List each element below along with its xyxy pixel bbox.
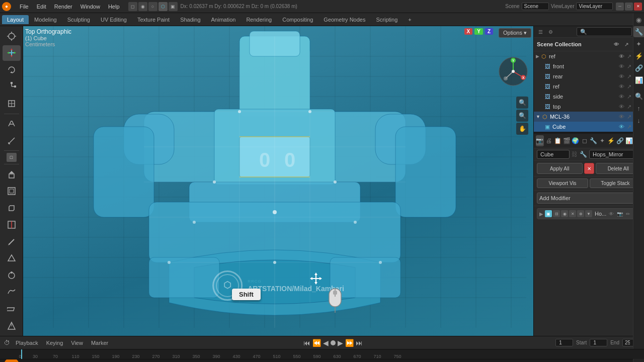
ref-eye-btn[interactable]: 👁: [618, 53, 625, 60]
rear-eye-btn[interactable]: 👁: [618, 73, 625, 80]
spin-btn[interactable]: [3, 267, 21, 284]
prop-constraints-icon[interactable]: 🔗: [616, 135, 624, 146]
outliner-filter-btn[interactable]: ⚙: [546, 27, 555, 36]
bevel-btn[interactable]: [3, 200, 21, 216]
tab-sculpting[interactable]: Sculpting: [62, 15, 95, 24]
mod-edit-btn[interactable]: ✏: [625, 211, 631, 217]
mod-render-btn[interactable]: 📷: [616, 211, 624, 217]
front-eye-btn[interactable]: 👁: [618, 63, 625, 70]
outliner-item-front[interactable]: 🖼 front 👁 ↗ 📷: [534, 61, 644, 71]
apply-all-btn[interactable]: Apply All: [537, 163, 583, 174]
loop-cut-btn[interactable]: [3, 217, 21, 233]
prop-modifier-icon[interactable]: 🔧: [590, 135, 598, 146]
tl-marker-btn[interactable]: Marker: [89, 339, 111, 347]
play-btn[interactable]: [331, 340, 336, 345]
tab-rendering[interactable]: Rendering: [241, 15, 277, 24]
outliner-item-side[interactable]: 🖼 side 👁 ↗ 📷: [534, 92, 644, 102]
next-frame-btn[interactable]: ⏩: [345, 339, 354, 347]
cursor-tool-btn[interactable]: [3, 28, 21, 44]
side-cursor-btn[interactable]: ↗: [626, 94, 632, 100]
tab-add[interactable]: +: [403, 15, 416, 24]
extrude-btn[interactable]: [3, 166, 21, 183]
tl-playback-btn[interactable]: Playback: [13, 339, 41, 347]
tab-texture-paint[interactable]: Texture Paint: [132, 15, 175, 24]
jump-start-btn[interactable]: ⏮: [303, 339, 310, 347]
mod-expand-btn[interactable]: ▶: [539, 211, 543, 217]
current-frame-input[interactable]: [555, 339, 573, 346]
move-tool-btn[interactable]: [3, 45, 21, 61]
annotate-btn[interactable]: [3, 116, 21, 132]
play-fwd-btn[interactable]: ▶: [338, 339, 343, 347]
outliner-item-rear[interactable]: 🖼 rear 👁 ↗ 📷: [534, 71, 644, 81]
side-eye-btn[interactable]: 👁: [618, 94, 625, 100]
prev-frame-btn[interactable]: ⏪: [312, 339, 321, 347]
menu-render[interactable]: Render: [51, 3, 76, 11]
timeline-ruler[interactable]: 0 30 70 110 150 190 230 270 310 350 390 …: [0, 349, 644, 359]
cube-cursor-btn[interactable]: ↗: [626, 124, 632, 130]
knife-btn[interactable]: [3, 234, 21, 250]
outliner-item-top[interactable]: 🖼 top 👁 ↗ 📷: [534, 102, 644, 112]
apply-all-close-btn[interactable]: ✕: [584, 163, 594, 174]
window-maximize[interactable]: □: [625, 3, 633, 11]
cube-eye-btn[interactable]: 👁: [618, 124, 625, 130]
viewlayer-select[interactable]: ViewLayer: [576, 3, 613, 10]
rear-cursor-btn[interactable]: ↗: [626, 73, 632, 80]
tab-modeling[interactable]: Modeling: [29, 15, 62, 24]
prop-object-icon[interactable]: ◻: [581, 135, 589, 146]
prop-output-icon[interactable]: 🖨: [545, 135, 553, 146]
refimg-eye-btn[interactable]: 👁: [618, 83, 625, 90]
outliner-item-cube[interactable]: ▣ Cube 👁 ↗ 📷: [534, 122, 644, 132]
prop-modifier-name-input[interactable]: [589, 150, 634, 159]
prop-physics-icon[interactable]: ⚡: [607, 135, 615, 146]
front-cursor-btn[interactable]: ↗: [626, 63, 632, 70]
viewport-shading-rendered[interactable]: ○: [148, 2, 157, 11]
timeline-type-btn[interactable]: ⏱: [4, 339, 10, 346]
zoom-in-btn[interactable]: 🔍: [516, 97, 528, 109]
scene-visibility-eye[interactable]: 👁: [612, 40, 621, 49]
jump-end-btn[interactable]: ⏭: [356, 339, 363, 347]
outliner-item-ref-img[interactable]: 🖼 ref 👁 ↗ 📷: [534, 81, 644, 92]
menu-help[interactable]: Help: [105, 3, 123, 11]
menu-file[interactable]: File: [16, 3, 32, 11]
rsb-btn-9[interactable]: ↑: [633, 103, 645, 114]
scene-select-cursor[interactable]: ↗: [622, 40, 631, 49]
axis-x-btn[interactable]: X: [464, 28, 473, 35]
rotate-tool-btn[interactable]: [3, 62, 21, 78]
window-minimize[interactable]: ─: [616, 3, 624, 11]
tl-view-btn[interactable]: View: [68, 339, 86, 347]
menu-window[interactable]: Window: [77, 3, 104, 11]
menu-edit[interactable]: Edit: [33, 3, 50, 11]
axis-z-btn[interactable]: Z: [485, 28, 493, 35]
shear-btn[interactable]: [3, 301, 21, 317]
tab-scripting[interactable]: Scripting: [371, 15, 403, 24]
play-reverse-btn[interactable]: ◀: [323, 339, 329, 347]
tab-shading[interactable]: Shading: [175, 15, 205, 24]
prop-render-icon[interactable]: 📷: [536, 135, 544, 146]
scale-tool-btn[interactable]: [3, 79, 21, 95]
prop-particles-icon[interactable]: ✦: [598, 135, 606, 146]
rsb-btn-8[interactable]: 🔍: [633, 90, 645, 102]
measure-btn[interactable]: [3, 133, 21, 149]
scene-select[interactable]: Scene: [522, 3, 549, 10]
tab-compositing[interactable]: Compositing: [277, 15, 318, 24]
viewport-shading-material[interactable]: ◉: [138, 2, 147, 11]
axis-y-btn[interactable]: Y: [474, 28, 483, 35]
rsb-btn-4[interactable]: ✦: [633, 38, 645, 49]
smooth-btn[interactable]: [3, 284, 21, 300]
prop-object-name-input[interactable]: [537, 150, 570, 159]
start-frame-input[interactable]: [590, 339, 607, 346]
transform-tool-btn[interactable]: [3, 96, 21, 112]
mcl36-eye-btn[interactable]: 👁: [618, 114, 625, 120]
top-eye-btn[interactable]: 👁: [618, 104, 625, 110]
add-modifier-btn[interactable]: Add Modifier: [537, 193, 641, 204]
ref-cursor-btn[interactable]: ↗: [626, 53, 632, 60]
rsb-btn-5[interactable]: ⚡: [633, 50, 645, 61]
pan-btn[interactable]: ✋: [516, 123, 528, 135]
tab-layout[interactable]: Layout: [2, 15, 29, 24]
tab-animation[interactable]: Animation: [206, 15, 241, 24]
rsb-btn-3[interactable]: 🔧: [633, 26, 645, 37]
small-indicator[interactable]: □: [7, 153, 17, 162]
outliner-item-mcl36[interactable]: ▼ ⬡ MCL-36 👁 ↗ 📷: [534, 112, 644, 122]
shrink-btn[interactable]: [3, 318, 21, 334]
outliner-view-btn[interactable]: ☰: [536, 27, 545, 36]
